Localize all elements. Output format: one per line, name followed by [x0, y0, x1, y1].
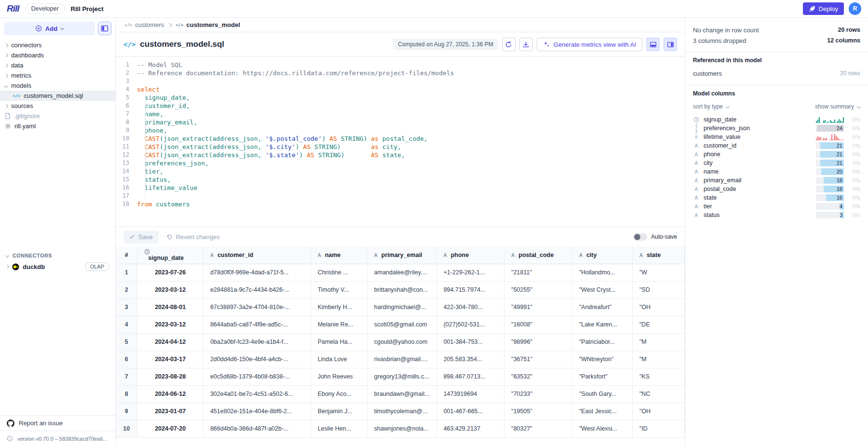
- model-column-signup_date[interactable]: signup_date0%: [693, 115, 860, 124]
- referenced-row-count: 20 rows: [840, 70, 860, 77]
- column-header-num[interactable]: #: [116, 246, 137, 264]
- model-column-name[interactable]: Aname200%: [693, 167, 860, 176]
- line-number: 10: [116, 135, 137, 143]
- column-header-city[interactable]: Acity: [572, 246, 632, 264]
- table-cell: 2024-08-01: [137, 298, 203, 316]
- model-column-state[interactable]: Astate160%: [693, 193, 860, 202]
- table-cell: "West Alexsi...: [572, 420, 632, 437]
- model-column-status[interactable]: Astatus30%: [693, 211, 860, 219]
- sql-code-editor[interactable]: 1-- Model SQL2-- Reference documentation…: [116, 57, 685, 227]
- null-percentage: 0%: [848, 117, 860, 122]
- model-column-customer_id[interactable]: Acustomer_id210%: [693, 141, 860, 150]
- column-header-state[interactable]: Astate: [632, 246, 684, 264]
- table-cell: Kimberly H...: [311, 298, 367, 316]
- sidebar-item-data[interactable]: data: [0, 60, 115, 70]
- table-row: 102024-07-20866d4b0a-366d-487f-a02b-...L…: [116, 420, 685, 437]
- model-column-postal_code[interactable]: Apostal_code180%: [693, 185, 860, 193]
- string-type-icon: A: [693, 169, 700, 175]
- null-percentage: 0%: [848, 151, 860, 157]
- add-button[interactable]: Add: [4, 22, 95, 35]
- model-column-lifetime_value[interactable]: #lifetime_value0%: [693, 133, 860, 141]
- user-avatar[interactable]: R: [849, 2, 861, 15]
- revert-changes-button[interactable]: Revert changes: [162, 230, 225, 243]
- sidebar-item-label: sources: [11, 102, 33, 109]
- line-number: 17: [116, 192, 137, 200]
- column-cardinality-bar: 4: [816, 203, 844, 210]
- model-column-tier[interactable]: Atier40%: [693, 202, 860, 211]
- line-number: 8: [116, 118, 137, 126]
- model-column-preferences_json[interactable]: { }preferences_json240%: [693, 124, 860, 133]
- editor-actions-bar: Save Revert changes Auto-save: [116, 227, 685, 246]
- model-column-city[interactable]: Acity210%: [693, 159, 860, 167]
- toggle-results-panel-button[interactable]: [646, 38, 660, 51]
- file-tree: connectorsdashboardsdatametricsmodels</>…: [0, 40, 115, 131]
- toggle-inspector-panel-button[interactable]: [664, 38, 677, 51]
- column-count: 12 columns: [827, 37, 860, 44]
- export-button[interactable]: [519, 38, 533, 51]
- sidebar-item-rill-yaml[interactable]: rill.yaml: [0, 121, 115, 131]
- breadcrumb-customers[interactable]: </> customers: [124, 21, 164, 28]
- table-cell: "South Gary...: [572, 385, 632, 403]
- string-type-icon: A: [210, 252, 214, 258]
- report-issue-link[interactable]: Report an issue: [0, 415, 115, 431]
- null-percentage: 0%: [848, 134, 860, 140]
- sidebar-item-models[interactable]: models: [0, 81, 115, 91]
- table-row: 42023-03-128644aba5-ca87-4f9e-ad5c-...Me…: [116, 316, 685, 333]
- line-number: 15: [116, 176, 137, 184]
- sidebar-item-sources[interactable]: sources: [0, 101, 115, 111]
- connectors-header[interactable]: CONNECTORS: [0, 251, 115, 260]
- line-number: 6: [116, 102, 137, 110]
- sidebar-item-label: dashboards: [11, 52, 44, 59]
- show-summary-dropdown[interactable]: show summary: [815, 103, 860, 110]
- environment-badge: Developer: [25, 3, 65, 14]
- column-header-primary_email[interactable]: Aprimary_email: [367, 246, 436, 264]
- generate-metrics-ai-button[interactable]: Generate metrics view with AI: [537, 38, 642, 51]
- column-name: signup_date: [704, 116, 736, 123]
- column-header-customer_id[interactable]: Acustomer_id: [203, 246, 311, 264]
- refresh-button[interactable]: [502, 38, 515, 51]
- column-header-phone[interactable]: Aphone: [436, 246, 504, 264]
- referenced-model-link[interactable]: customers 20 rows: [693, 68, 860, 79]
- table-cell: Christine ...: [311, 264, 367, 281]
- table-cell: 2023-03-12: [137, 281, 203, 298]
- breadcrumb-customers-model[interactable]: </> customers_model: [176, 21, 240, 28]
- model-column-primary_email[interactable]: Aprimary_email180%: [693, 176, 860, 185]
- column-cardinality-bar: 18: [816, 186, 844, 192]
- model-column-phone[interactable]: Aphone210%: [693, 150, 860, 159]
- sidebar-item--gitignore[interactable]: .gitignore: [0, 111, 115, 121]
- code-line: 3: [116, 77, 685, 85]
- column-header-signup_date[interactable]: signup_date: [137, 246, 203, 264]
- sort-by-type-dropdown[interactable]: sort by type: [693, 103, 729, 110]
- table-cell: rivasbrian@gmail....: [367, 351, 436, 368]
- sidebar-item-customers-model-sql[interactable]: </>customers_model.sql: [0, 91, 115, 101]
- autosave-toggle[interactable]: [634, 233, 647, 241]
- sidebar-item-metrics[interactable]: metrics: [0, 70, 115, 81]
- model-columns-title: Model columns: [693, 90, 860, 97]
- code-line: 17: [116, 192, 685, 200]
- table-cell: "Whitneyton": [572, 351, 632, 368]
- page-title: </> customers_model.sql: [123, 40, 224, 49]
- sidebar-collapse-button[interactable]: [98, 22, 111, 35]
- sidebar-item-dashboards[interactable]: dashboards: [0, 50, 115, 60]
- code-line: 15 status,: [116, 176, 685, 184]
- column-header-name[interactable]: Aname: [311, 246, 367, 264]
- table-cell: "63532": [504, 368, 572, 385]
- table-cell: 8644aba5-ca87-4f9e-ad5c-...: [203, 316, 311, 333]
- deploy-button[interactable]: Deploy: [803, 2, 844, 15]
- save-button[interactable]: Save: [123, 230, 159, 243]
- column-header-postal_code[interactable]: Apostal_code: [504, 246, 572, 264]
- code-line: 7 name,: [116, 110, 685, 118]
- plus-circle-icon: [35, 25, 42, 32]
- sidebar-footer: Report an issue version v0.70.0 – 583839…: [0, 415, 115, 446]
- line-number: 11: [116, 143, 137, 151]
- sidebar-item-connectors[interactable]: connectors: [0, 40, 115, 50]
- line-number: 16: [116, 184, 137, 192]
- code-line: 11 CAST(json_extract(address_json, '$.ci…: [116, 143, 685, 151]
- table-cell: 2024-06-12: [137, 385, 203, 403]
- table-cell: (027)502-531...: [436, 316, 504, 333]
- table-cell: "49991": [504, 298, 572, 316]
- clock-icon: [144, 249, 196, 255]
- table-cell: Benjamin J...: [311, 403, 367, 420]
- sidebar-item-label: connectors: [11, 41, 42, 49]
- connector-duckdb[interactable]: duckdb OLAP: [0, 260, 115, 273]
